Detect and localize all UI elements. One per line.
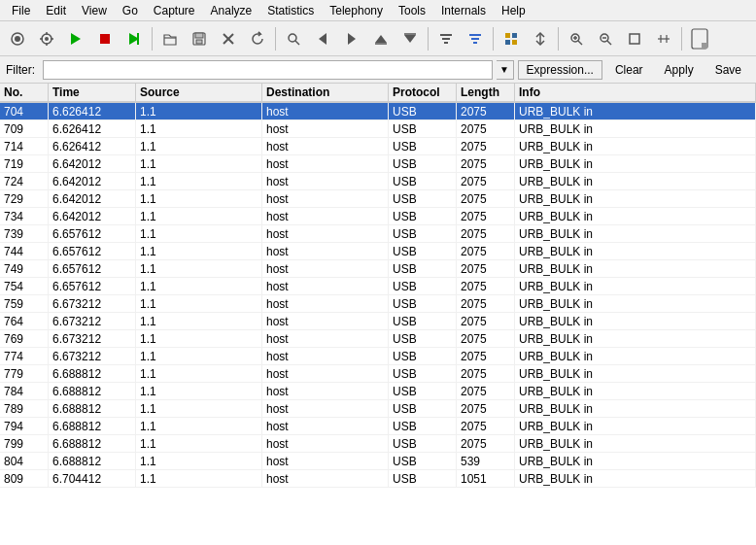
col-header-info[interactable]: Info	[515, 84, 756, 101]
table-cell: 1.1	[136, 453, 262, 469]
table-cell: 6.642012	[49, 173, 136, 189]
table-cell: 6.657612	[49, 278, 136, 294]
table-row[interactable]: 7746.6732121.1hostUSB2075URB_BULK in	[0, 348, 756, 365]
find-packet-btn[interactable]	[280, 25, 307, 52]
svg-rect-33	[505, 40, 510, 45]
filter-input[interactable]	[43, 60, 493, 80]
table-cell: 6.704412	[49, 470, 136, 487]
svg-rect-25	[440, 34, 452, 36]
table-cell: 6.626412	[49, 120, 136, 137]
svg-rect-11	[137, 33, 139, 45]
go-first-btn[interactable]	[367, 25, 395, 52]
open-file-btn[interactable]	[156, 25, 184, 52]
restart-capture-btn[interactable]	[120, 25, 148, 52]
table-cell: 1.1	[136, 173, 262, 189]
table-cell: host	[262, 470, 389, 487]
table-cell: 2075	[457, 295, 515, 312]
table-row[interactable]: 7946.6888121.1hostUSB2075URB_BULK in	[0, 418, 756, 435]
menu-statistics[interactable]: Statistics	[259, 2, 322, 19]
display-filter-btn[interactable]	[462, 25, 489, 52]
menu-telephony[interactable]: Telephony	[322, 2, 391, 19]
go-forward-btn[interactable]	[338, 25, 365, 52]
save-filter-button[interactable]: Save	[706, 60, 750, 80]
col-header-destination[interactable]: Destination	[262, 84, 389, 101]
table-row[interactable]: 7896.6888121.1hostUSB2075URB_BULK in	[0, 400, 756, 418]
svg-rect-13	[195, 33, 203, 38]
menu-internals[interactable]: Internals	[433, 2, 494, 19]
table-cell: USB	[389, 470, 457, 487]
table-row[interactable]: 7996.6888121.1hostUSB2075URB_BULK in	[0, 435, 756, 453]
menu-view[interactable]: View	[74, 2, 115, 19]
capture-options-btn[interactable]	[33, 25, 60, 52]
filter-dropdown-btn[interactable]: ▼	[497, 60, 514, 80]
col-header-time[interactable]: Time	[49, 84, 136, 101]
reload-btn[interactable]	[244, 25, 271, 52]
table-cell: USB	[389, 383, 457, 399]
table-cell: 804	[0, 453, 49, 469]
table-cell: host	[262, 120, 389, 137]
menu-go[interactable]: Go	[115, 2, 146, 19]
table-row[interactable]: 7396.6576121.1hostUSB2075URB_BULK in	[0, 225, 756, 243]
table-cell: USB	[389, 190, 457, 207]
table-row[interactable]: 7146.6264121.1hostUSB2075URB_BULK in	[0, 138, 756, 155]
table-cell: URB_BULK in	[515, 383, 756, 399]
table-row[interactable]: 7296.6420121.1hostUSB2075URB_BULK in	[0, 190, 756, 208]
table-cell: 6.688812	[49, 365, 136, 382]
table-cell: 1.1	[136, 138, 262, 154]
go-last-btn[interactable]	[396, 25, 424, 52]
table-cell: host	[262, 435, 389, 452]
table-row[interactable]: 7046.6264121.1hostUSB2075URB_BULK in	[0, 103, 756, 120]
table-row[interactable]: 7796.6888121.1hostUSB2075URB_BULK in	[0, 365, 756, 383]
interface-btn[interactable]	[4, 25, 31, 52]
table-row[interactable]: 7446.6576121.1hostUSB2075URB_BULK in	[0, 243, 756, 260]
table-row[interactable]: 7646.6732121.1hostUSB2075URB_BULK in	[0, 313, 756, 330]
table-row[interactable]: 7096.6264121.1hostUSB2075URB_BULK in	[0, 120, 756, 138]
table-cell: 2075	[457, 138, 515, 154]
table-cell: USB	[389, 260, 457, 277]
col-header-source[interactable]: Source	[136, 84, 262, 101]
go-back-btn[interactable]	[309, 25, 336, 52]
table-cell: URB_BULK in	[515, 435, 756, 452]
close-capture-btn[interactable]	[215, 25, 242, 52]
menu-file[interactable]: File	[4, 2, 38, 19]
start-capture-btn[interactable]	[62, 25, 89, 52]
table-row[interactable]: 7496.6576121.1hostUSB2075URB_BULK in	[0, 260, 756, 278]
capture-filter-btn[interactable]	[432, 25, 460, 52]
stop-capture-btn[interactable]	[91, 25, 119, 52]
colorize-btn[interactable]	[498, 25, 525, 52]
normal-size-btn[interactable]	[621, 25, 648, 52]
table-cell: 714	[0, 138, 49, 154]
zoom-in-btn[interactable]	[563, 25, 590, 52]
menu-analyze[interactable]: Analyze	[203, 2, 260, 19]
menu-tools[interactable]: Tools	[391, 2, 433, 19]
table-cell: host	[262, 225, 389, 242]
table-row[interactable]: 7596.6732121.1hostUSB2075URB_BULK in	[0, 295, 756, 313]
col-header-protocol[interactable]: Protocol	[389, 84, 457, 101]
clear-filter-button[interactable]: Clear	[606, 60, 652, 80]
col-header-no[interactable]: No.	[0, 84, 49, 101]
table-row[interactable]: 7346.6420121.1hostUSB2075URB_BULK in	[0, 208, 756, 225]
resize-columns-btn[interactable]	[650, 25, 677, 52]
table-row[interactable]: 7846.6888121.1hostUSB2075URB_BULK in	[0, 383, 756, 400]
col-header-length[interactable]: Length	[457, 84, 515, 101]
table-row[interactable]: 7246.6420121.1hostUSB2075URB_BULK in	[0, 173, 756, 190]
table-cell: 6.673212	[49, 348, 136, 364]
svg-line-41	[607, 41, 611, 45]
table-cell: 744	[0, 243, 49, 259]
table-row[interactable]: 8096.7044121.1hostUSB1051URB_BULK in	[0, 470, 756, 488]
more-options-btn[interactable]	[686, 25, 713, 52]
table-cell: USB	[389, 155, 457, 172]
save-btn[interactable]	[186, 25, 213, 52]
table-row[interactable]: 8046.6888121.1hostUSB539URB_BULK in	[0, 453, 756, 470]
zoom-out-btn[interactable]	[592, 25, 619, 52]
expression-button[interactable]: Expression...	[518, 60, 602, 80]
table-row[interactable]: 7196.6420121.1hostUSB2075URB_BULK in	[0, 155, 756, 173]
menu-capture[interactable]: Capture	[146, 2, 203, 19]
menu-edit[interactable]: Edit	[38, 2, 74, 19]
table-row[interactable]: 7696.6732121.1hostUSB2075URB_BULK in	[0, 330, 756, 348]
menu-help[interactable]: Help	[494, 2, 533, 19]
table-row[interactable]: 7546.6576121.1hostUSB2075URB_BULK in	[0, 278, 756, 295]
apply-filter-button[interactable]: Apply	[656, 60, 703, 80]
autoscroll-btn[interactable]	[527, 25, 554, 52]
table-cell: host	[262, 278, 389, 294]
